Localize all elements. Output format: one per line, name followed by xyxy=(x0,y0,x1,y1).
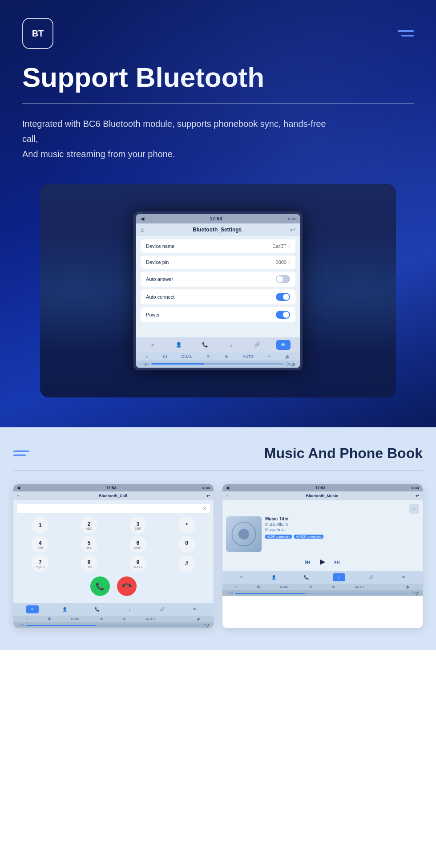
call-tab-contacts[interactable]: 👤 xyxy=(59,605,71,613)
ctrl-power-icon[interactable]: ⏻ xyxy=(163,354,167,359)
auto-connect-toggle[interactable] xyxy=(276,293,290,301)
music-tab-phone[interactable]: 📞 xyxy=(300,573,313,581)
music-tab-eye[interactable]: 👁 xyxy=(398,573,410,581)
music-mini-controls: ⌂ ⏻ DUAL ❄ ⊕ AUTO ~ 🔊 xyxy=(222,584,423,590)
music-ctrl-fan: ~ xyxy=(384,585,386,589)
back-ctrl-icon[interactable]: ← xyxy=(140,362,144,366)
music-ctrl-vol[interactable]: 🔊 xyxy=(406,585,410,589)
chevron-right-icon: › xyxy=(288,243,290,249)
album-art-ring xyxy=(232,522,256,547)
key-5[interactable]: 5JKL xyxy=(81,536,97,553)
tab-link-icon[interactable]: 🔗 xyxy=(250,340,264,350)
call-tab-music[interactable]: ♪ xyxy=(124,605,136,613)
key-2[interactable]: 2ABC xyxy=(81,517,97,534)
call-tab-menu[interactable]: ≡ xyxy=(26,605,39,613)
call-actions: 📞 📞 xyxy=(17,576,210,596)
auto-connect-label: Auto connect xyxy=(146,294,174,300)
music-info: Music Title Music Album Music Artist A2D… xyxy=(265,516,419,552)
music-tab-link[interactable]: 🔗 xyxy=(365,573,378,581)
settings-row-device-name[interactable]: Device name CarBT › xyxy=(141,239,295,253)
tab-eye-icon[interactable]: 👁 xyxy=(276,340,291,350)
screen-nav-bar: ⌂ Bluetooth_Settings ↩ xyxy=(136,223,300,236)
key-hash[interactable]: # xyxy=(178,555,195,572)
battery-icon: ▭ xyxy=(291,216,295,221)
key-0[interactable]: 0- xyxy=(178,536,195,553)
call-vol-fill xyxy=(26,625,95,626)
music-home-icon[interactable]: ⌂ xyxy=(226,494,228,498)
music-ctrl-power[interactable]: ⏻ xyxy=(257,585,260,589)
hero-divider xyxy=(22,103,414,104)
key-8[interactable]: 8TUV xyxy=(81,555,97,572)
hangup-button[interactable]: 📞 xyxy=(113,572,141,600)
settings-row-power[interactable]: Power xyxy=(141,307,295,322)
hamburger-menu-icon[interactable] xyxy=(398,30,414,37)
screen-device: ◀ 17:53 ≈ ▭ ⌂ Bluetooth_Settings ↩ xyxy=(133,211,303,370)
two-screens: ◀ 17:53 ≈ ▭ ⌂ Bluetooth_Call ↩ ✕ xyxy=(13,484,423,628)
music-bar-vol[interactable]: 🔈 xyxy=(416,591,420,595)
call-bar-vol[interactable]: 🔈 xyxy=(206,623,211,627)
music-bar-back[interactable]: ← xyxy=(225,591,229,595)
hero-title: Support Bluetooth xyxy=(22,62,414,93)
tab-contacts-icon[interactable]: 👤 xyxy=(172,340,186,350)
ctrl-fan-icon: ~ xyxy=(268,354,270,359)
home-icon[interactable]: ⌂ xyxy=(141,226,144,233)
tab-music-icon[interactable]: ♪ xyxy=(224,340,238,350)
settings-row-auto-answer[interactable]: Auto answer xyxy=(141,272,295,287)
prev-track-icon[interactable]: ⏮ xyxy=(305,558,311,565)
call-status-time: 17:53 xyxy=(106,486,117,490)
key-1[interactable]: 1 xyxy=(32,517,48,534)
tab-phone-icon[interactable]: 📞 xyxy=(198,340,212,350)
back-arrow-icon: ◀ xyxy=(141,216,144,222)
temp-icon: ⬡ xyxy=(286,362,289,366)
key-3[interactable]: 3DEF xyxy=(129,517,146,534)
call-ctrl-home[interactable]: ⌂ xyxy=(26,617,28,621)
key-7[interactable]: 7PQRS xyxy=(32,555,48,572)
ctrl-home-icon[interactable]: ⌂ xyxy=(146,354,148,359)
auto-answer-toggle[interactable] xyxy=(276,275,290,283)
music-nav-bar: ⌂ Bluetooth_Music ↩ xyxy=(222,491,423,500)
music-tab-menu[interactable]: ≡ xyxy=(235,573,248,581)
music-tab-music[interactable]: ♪ xyxy=(333,573,345,581)
music-nav-back-icon[interactable]: ↩ xyxy=(416,494,419,498)
ctrl-dual-label: DUAL xyxy=(182,354,192,359)
answer-button[interactable]: 📞 xyxy=(90,576,110,596)
call-input-clear-icon[interactable]: ✕ xyxy=(203,506,206,511)
call-nav-bar: ⌂ Bluetooth_Call ↩ xyxy=(13,491,214,500)
music-note-btn[interactable]: ♪ xyxy=(409,504,419,514)
hero-description: Integrated with BC6 Bluetooth module, su… xyxy=(22,116,334,162)
call-home-icon[interactable]: ⌂ xyxy=(17,494,19,498)
vol-down-icon[interactable]: 🔈 xyxy=(291,362,296,366)
nav-back-icon[interactable]: ↩ xyxy=(290,226,295,233)
key-6[interactable]: 6MNO xyxy=(129,536,146,553)
music-tab-contacts[interactable]: 👤 xyxy=(268,573,280,581)
call-mini-bar: ← 0 ↵ ⬡ 0 🔈 xyxy=(13,622,214,628)
music-ctrl-snow: ❄ xyxy=(309,585,312,589)
call-bar-back[interactable]: ← xyxy=(16,623,20,627)
music-screen-content: ♪ Music Title Music Album Music Artist A… xyxy=(222,500,423,571)
music-artist: Music Artist xyxy=(265,527,419,532)
call-input-row[interactable]: ✕ xyxy=(17,504,210,513)
call-tab-link[interactable]: 🔗 xyxy=(156,605,169,613)
settings-row-device-pin[interactable]: Device pin 0000 › xyxy=(141,256,295,269)
music-vol-fill xyxy=(235,593,304,594)
play-pause-icon[interactable]: ▶ xyxy=(320,557,325,566)
call-ctrl-dual: DUAL xyxy=(71,617,80,621)
ctrl-vol-icon[interactable]: 🔊 xyxy=(285,354,290,359)
avrcp-badge: AVRCP connected xyxy=(294,535,323,539)
call-ctrl-power[interactable]: ⏻ xyxy=(48,617,51,621)
keypad: 1 2ABC 3DEF * 4GHI 5JKL xyxy=(17,517,210,572)
music-ctrl-home[interactable]: ⌂ xyxy=(235,585,237,589)
bottom-hamburger-icon[interactable] xyxy=(13,450,29,456)
power-toggle[interactable] xyxy=(276,311,290,319)
next-track-icon[interactable]: ⏭ xyxy=(334,558,340,565)
key-9[interactable]: 9WXYZ xyxy=(129,555,146,572)
floor-icon: ↵ xyxy=(146,362,149,366)
call-tab-phone[interactable]: 📞 xyxy=(91,605,104,613)
call-tab-eye[interactable]: 👁 xyxy=(189,605,201,613)
key-star[interactable]: * xyxy=(178,517,195,534)
tab-menu-icon[interactable]: ≡ xyxy=(145,340,160,350)
key-4[interactable]: 4GHI xyxy=(32,536,48,553)
settings-row-auto-connect[interactable]: Auto connect xyxy=(141,289,295,304)
call-nav-back-icon[interactable]: ↩ xyxy=(206,494,210,498)
call-ctrl-vol[interactable]: 🔊 xyxy=(197,617,201,621)
